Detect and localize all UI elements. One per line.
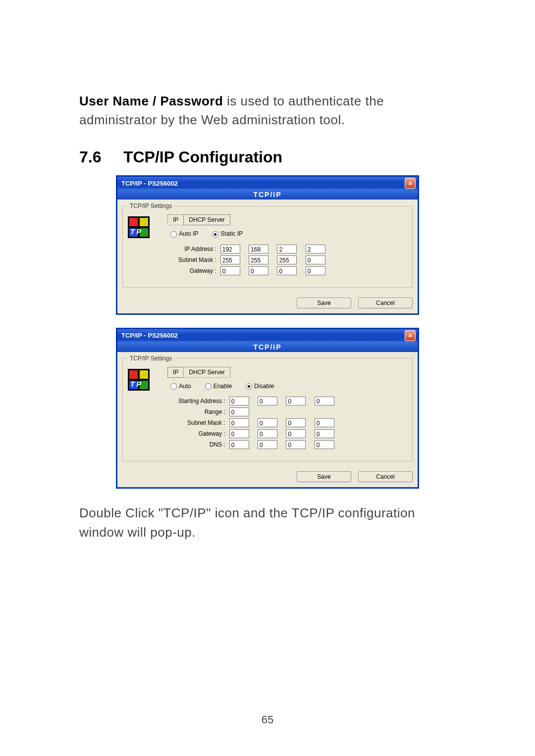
- cancel-button[interactable]: Cancel: [358, 471, 413, 482]
- dns-octet[interactable]: 0: [286, 440, 306, 449]
- titlebar: TCP/IP - PS256002 ×: [117, 177, 418, 190]
- close-icon[interactable]: ×: [405, 178, 416, 189]
- dns-octet[interactable]: 0: [258, 440, 277, 449]
- subnet-mask-label: Subnet Mask :: [178, 418, 228, 427]
- dns-octet[interactable]: 0: [315, 440, 334, 449]
- subnet-mask-octet[interactable]: 0: [258, 418, 277, 427]
- ip-mode-radios: Auto IP Static IP: [170, 230, 407, 237]
- cancel-button[interactable]: Cancel: [358, 298, 413, 308]
- dns-label: DNS :: [178, 440, 228, 449]
- section-title: TCP/IP Configuration: [123, 148, 282, 166]
- save-button[interactable]: Save: [297, 471, 351, 482]
- tcpip-icon: T P: [128, 216, 150, 238]
- intro-bold: User Name / Password: [79, 94, 223, 108]
- starting-address-label: Starting Address :: [178, 397, 228, 405]
- ip-address-octet[interactable]: 2: [277, 245, 297, 253]
- subnet-mask-octet[interactable]: 0: [286, 418, 306, 427]
- titlebar: TCP/IP - PS256002 ×: [117, 329, 418, 342]
- starting-address-octet[interactable]: 0: [258, 397, 277, 405]
- tcpip-settings-fieldset: TCP/IP Settings T P IP DHCP Server: [122, 355, 413, 461]
- section-heading: 7.6 TCP/IP Configuration: [79, 148, 456, 166]
- dhcp-fields: Starting Address : 0 0 0 0 Ran: [177, 395, 342, 451]
- intro-paragraph: User Name / Password is used to authenti…: [79, 92, 456, 129]
- range-input[interactable]: 0: [229, 407, 249, 416]
- subnet-mask-octet[interactable]: 0: [306, 255, 325, 264]
- subnet-mask-octet[interactable]: 255: [277, 255, 297, 264]
- starting-address-octet[interactable]: 0: [286, 397, 306, 405]
- dialog-header: TCP/IP: [117, 342, 418, 352]
- ip-address-label: IP Address :: [178, 245, 219, 253]
- tab-dhcp-server[interactable]: DHCP Server: [183, 214, 230, 225]
- gateway-octet[interactable]: 0: [229, 429, 249, 438]
- fieldset-legend: TCP/IP Settings: [128, 202, 174, 209]
- tab-strip: IP DHCP Server: [167, 367, 407, 378]
- tcpip-settings-fieldset: TCP/IP Settings T P IP DHCP Server: [122, 202, 413, 287]
- page-number: 65: [0, 713, 535, 726]
- range-label: Range :: [178, 407, 228, 416]
- subnet-mask-octet[interactable]: 0: [315, 418, 334, 427]
- close-icon[interactable]: ×: [405, 330, 416, 341]
- subnet-mask-octet[interactable]: 255: [220, 255, 240, 264]
- gateway-label: Gateway :: [178, 429, 228, 438]
- section-number: 7.6: [79, 148, 119, 166]
- gateway-octet[interactable]: 0: [258, 429, 277, 438]
- tab-strip: IP DHCP Server: [167, 214, 407, 225]
- gateway-octet[interactable]: 0: [249, 266, 268, 275]
- fieldset-legend: TCP/IP Settings: [128, 355, 174, 362]
- gateway-label: Gateway :: [178, 266, 219, 275]
- dialog-header: TCP/IP: [117, 190, 418, 200]
- tab-dhcp-server[interactable]: DHCP Server: [183, 367, 230, 378]
- dhcp-mode-radios: Auto Enable Disable: [170, 383, 407, 390]
- tcpip-dialog-dhcp: TCP/IP - PS256002 × TCP/IP TCP/IP Settin…: [116, 328, 419, 489]
- gateway-octet[interactable]: 0: [286, 429, 306, 438]
- radio-static-ip[interactable]: Static IP: [212, 230, 243, 237]
- subnet-mask-label: Subnet Mask :: [178, 255, 219, 264]
- ip-fields: IP Address : 192 168 2 2 Subne: [177, 243, 333, 277]
- tab-ip[interactable]: IP: [167, 367, 184, 378]
- gateway-octet[interactable]: 0: [306, 266, 325, 275]
- subnet-mask-octet[interactable]: 0: [229, 418, 249, 427]
- window-title: TCP/IP - PS256002: [121, 180, 178, 187]
- save-button[interactable]: Save: [297, 298, 351, 308]
- radio-auto[interactable]: Auto: [170, 383, 191, 390]
- tcpip-icon: T P: [128, 369, 150, 391]
- radio-disable[interactable]: Disable: [246, 383, 274, 390]
- subnet-mask-octet[interactable]: 255: [249, 255, 268, 264]
- gateway-octet[interactable]: 0: [220, 266, 240, 275]
- ip-address-octet[interactable]: 168: [249, 245, 268, 253]
- dns-octet[interactable]: 0: [229, 440, 249, 449]
- window-title: TCP/IP - PS256002: [121, 332, 178, 339]
- gateway-octet[interactable]: 0: [315, 429, 334, 438]
- starting-address-octet[interactable]: 0: [315, 397, 334, 405]
- radio-auto-ip[interactable]: Auto IP: [170, 230, 198, 237]
- ip-address-octet[interactable]: 2: [306, 245, 325, 253]
- outro-paragraph: Double Click "TCP/IP" icon and the TCP/I…: [79, 504, 456, 542]
- tcpip-dialog-ip: TCP/IP - PS256002 × TCP/IP TCP/IP Settin…: [116, 175, 419, 314]
- gateway-octet[interactable]: 0: [277, 266, 297, 275]
- ip-address-octet[interactable]: 192: [220, 245, 240, 253]
- radio-enable[interactable]: Enable: [205, 383, 232, 390]
- starting-address-octet[interactable]: 0: [229, 397, 249, 405]
- tab-ip[interactable]: IP: [167, 214, 184, 225]
